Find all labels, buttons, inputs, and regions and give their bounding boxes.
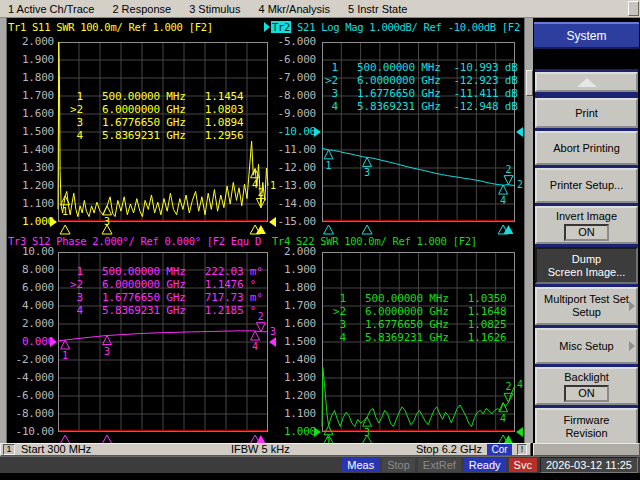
- y-axis-tick-label: 1.300: [4, 162, 54, 174]
- submenu-arrow-icon: [629, 301, 635, 311]
- softkey-scroll-up-button[interactable]: [535, 72, 638, 92]
- marker-number: 3: [104, 346, 110, 357]
- softkey-multiporttestset-setup[interactable]: Multiport Test SetSetup: [535, 287, 638, 325]
- trace-name: Tr1: [8, 21, 26, 33]
- marker-row: 1 500.00000 MHz -10.993 dB: [325, 61, 518, 74]
- menu-bar-handle[interactable]: [628, 1, 639, 16]
- right-scrollbar[interactable]: [524, 18, 533, 443]
- marker-number: 2: [505, 381, 511, 392]
- sidebar-footer: [533, 443, 640, 456]
- menu-item-3[interactable]: 3 Stimulus: [189, 3, 240, 15]
- ref-level-pointer-left: [314, 127, 321, 137]
- marker-row: 1 500.00000 MHz 1.0350: [333, 292, 506, 305]
- y-axis-tick-label: 1.000: [266, 426, 316, 438]
- y-axis-tick-label: 1.200: [266, 390, 316, 402]
- trace-name-chip: Tr2: [271, 21, 291, 33]
- softkey-dump-screenimage[interactable]: DumpScreen Image...: [535, 247, 638, 284]
- menu-item-5[interactable]: 5 Instr State: [348, 3, 407, 15]
- marker-row: >2 6.0000000 GHz 1.0803: [70, 103, 243, 116]
- marker-row: 3 1.6776650 GHz 717.73 m°: [70, 291, 263, 304]
- softkey-label: Invert Image: [556, 210, 617, 223]
- up-arrow-icon: [577, 78, 597, 87]
- y-axis-tick-label: 6.000: [4, 282, 54, 294]
- marker-symbol: [103, 336, 112, 345]
- softkey-firmware-revision[interactable]: FirmwareRevision: [535, 408, 638, 446]
- marker-symbol: [363, 417, 372, 426]
- marker-table-trace2: 1 500.00000 MHz -10.993 dB>2 6.0000000 G…: [325, 61, 518, 113]
- marker-number: 1: [62, 206, 68, 217]
- status-badge-stop: Stop: [382, 458, 415, 472]
- y-axis-tick-label: -15.00: [266, 216, 316, 228]
- y-axis-tick-label: 1.900: [266, 264, 316, 276]
- softkey-print[interactable]: Print: [535, 98, 638, 128]
- ifbw-setting: IFBW 5 kHz: [231, 443, 290, 456]
- menu-item-1[interactable]: 1 Active Ch/Trace: [8, 3, 94, 15]
- softkey-state-value: ON: [564, 385, 609, 402]
- y-axis-tick-label: 2.000: [266, 246, 316, 258]
- y-axis-tick-label: 1.000: [4, 216, 54, 228]
- y-axis-tick-label: -10.00: [266, 126, 316, 138]
- y-axis-tick-label: -6.000: [4, 390, 54, 402]
- trace2-header[interactable]: Tr2 S21 Log Mag 1.000dB/ Ref -10.00dB [F…: [264, 21, 524, 33]
- marker-number: 3: [364, 427, 370, 438]
- correction-badge: Cor: [487, 444, 512, 455]
- softkey-printersetup[interactable]: Printer Setup...: [535, 168, 638, 203]
- marker-number: 4: [252, 341, 258, 352]
- marker-row: 4 5.8369231 GHz -12.948 dB: [325, 100, 518, 113]
- status-badge-ready: Ready: [464, 458, 506, 472]
- softkey-miscsetup[interactable]: Misc Setup: [535, 328, 638, 364]
- menu-bar: 1 Active Ch/Trace2 Response3 Stimulus4 M…: [0, 0, 640, 18]
- marker-row: 1 500.00000 MHz 222.03 m°: [70, 265, 263, 278]
- marker-row: >2 6.0000000 GHz -12.923 dB: [325, 74, 518, 87]
- marker-row: 4 5.8369231 GHz 1.2956: [70, 129, 243, 142]
- marker-symbol: [363, 157, 372, 166]
- marker-row: 4 5.8369231 GHz 1.1626: [333, 331, 506, 344]
- y-axis-tick-label: -8.000: [266, 90, 316, 102]
- ref-level-pointer-right: [516, 127, 523, 137]
- channel-number: 1: [3, 444, 15, 455]
- y-axis-tick-label: -9.000: [266, 108, 316, 120]
- softkey-label: Setup: [572, 306, 601, 319]
- y-axis-tick-label: 1.700: [266, 300, 316, 312]
- right-scrollbar-thumb[interactable]: [526, 70, 533, 96]
- y-axis-tick-label: -2.000: [4, 354, 54, 366]
- plot-grid-trace4: 13424: [314, 252, 523, 446]
- y-axis-tick-label: 1.500: [266, 336, 316, 348]
- ref-level-pointer-right: [516, 427, 523, 437]
- status-badge-meas: Meas: [342, 458, 379, 472]
- softkey-backlight[interactable]: BacklightON: [535, 367, 638, 405]
- menu-item-4[interactable]: 4 Mkr/Analysis: [258, 3, 330, 15]
- trace-format-info: S22 SWR 100.0m/ Ref 1.000 [F2]: [290, 235, 477, 247]
- y-axis-tick-label: 1.500: [4, 126, 54, 138]
- marker-number: 4: [500, 195, 506, 206]
- y-axis-tick-label: 1.400: [266, 354, 316, 366]
- y-axis-tick-label: -8.000: [4, 408, 54, 420]
- trace1-header[interactable]: Tr1 S11 SWR 100.0m/ Ref 1.000 [F2]: [8, 21, 278, 33]
- marker-number: 1: [326, 160, 332, 171]
- softkey-invertimage[interactable]: Invert ImageON: [535, 206, 638, 244]
- trace-format-info: S11 SWR 100.0m/ Ref 1.000 [F2]: [26, 21, 213, 33]
- marker-number: 4: [500, 413, 506, 424]
- start-frequency: Start 300 MHz: [21, 443, 91, 456]
- marker-symbol: [324, 150, 333, 159]
- y-axis-tick-label: 4.000: [4, 300, 54, 312]
- softkey-sidebar: System PrintAbort PrintingPrinter Setup.…: [533, 18, 640, 443]
- y-axis-tick-label: 1.900: [4, 54, 54, 66]
- y-axis-tick-label: 1.600: [266, 318, 316, 330]
- softkey-state-value: ON: [564, 224, 609, 241]
- softkey-label: Revision: [565, 427, 607, 440]
- status-badge-extref: ExtRef: [418, 458, 461, 472]
- y-axis-tick-label: -13.00: [266, 180, 316, 192]
- softkey-abortprinting[interactable]: Abort Printing: [535, 131, 638, 165]
- marker-table-trace4: 1 500.00000 MHz 1.0350>2 6.0000000 GHz 1…: [333, 292, 506, 344]
- y-axis-tick-label: -7.000: [266, 72, 316, 84]
- active-trace-arrow-icon: [264, 22, 270, 32]
- stop-frequency: Stop 6.2 GHz: [416, 443, 482, 456]
- marker-stimulus-indicator: [60, 225, 70, 234]
- softkey-label: Dump: [572, 253, 601, 266]
- vna-screen: 1 Active Ch/Trace2 Response3 Stimulus4 M…: [0, 0, 640, 480]
- y-axis-tick-label: -10.00: [4, 426, 54, 438]
- marker-number: 2: [505, 164, 511, 175]
- menu-item-2[interactable]: 2 Response: [112, 3, 171, 15]
- y-axis-tick-label: -5.000: [266, 36, 316, 48]
